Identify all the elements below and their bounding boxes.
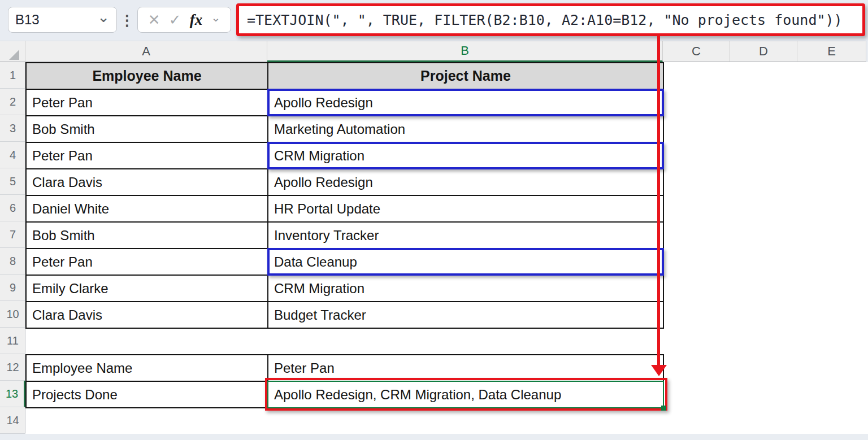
cell-a7[interactable]: Bob Smith	[25, 221, 268, 249]
column-header-e[interactable]: E	[797, 41, 866, 62]
column-header-b[interactable]: B	[267, 41, 663, 62]
insert-function-icon[interactable]: fx	[190, 11, 203, 29]
highlight-box-b2	[267, 89, 664, 116]
cell-b7[interactable]: Inventory Tracker	[267, 221, 664, 249]
cell-b9[interactable]: CRM Migration	[267, 275, 664, 302]
row-header-4[interactable]: 4	[0, 142, 25, 168]
row-header-14[interactable]: 14	[0, 407, 25, 434]
row-header-7[interactable]: 7	[0, 221, 25, 248]
enter-icon[interactable]: ✓	[169, 11, 181, 29]
cell-b6[interactable]: HR Portal Update	[267, 195, 664, 223]
cell-a2[interactable]: Peter Pan	[25, 89, 268, 116]
formula-text: =TEXTJOIN(", ", TRUE, FILTER(B2:B10, A2:…	[247, 12, 843, 28]
select-all-triangle-icon	[9, 50, 19, 60]
red-arrowhead-icon	[651, 365, 667, 376]
cell-a13[interactable]: Projects Done	[25, 381, 268, 408]
red-result-box-b13	[265, 378, 667, 411]
chevron-down-icon[interactable]: ⌄	[97, 14, 110, 20]
cell-a1[interactable]: Employee Name	[25, 62, 268, 90]
cell-b1[interactable]: Project Name	[267, 62, 664, 90]
cell-a12[interactable]: Employee Name	[25, 354, 268, 382]
select-all-button[interactable]	[0, 41, 25, 62]
column-header-c[interactable]: C	[663, 41, 730, 62]
formula-bar-input[interactable]: =TEXTJOIN(", ", TRUE, FILTER(B2:B10, A2:…	[236, 3, 865, 36]
highlight-box-b8	[267, 248, 664, 276]
row-header-3[interactable]: 3	[0, 115, 25, 142]
row-header-10[interactable]: 10	[0, 301, 25, 328]
formula-buttons-group: ✕ ✓ fx ⌄	[137, 7, 231, 33]
row-header-2[interactable]: 2	[0, 89, 25, 115]
cell-a5[interactable]: Clara Davis	[25, 168, 268, 196]
cell-a10[interactable]: Clara Davis	[25, 301, 268, 329]
highlight-box-b4	[267, 142, 664, 169]
cell-b3[interactable]: Marketing Automation	[267, 115, 664, 143]
row-header-9[interactable]: 9	[0, 275, 25, 301]
row-header-1[interactable]: 1	[0, 62, 25, 89]
cancel-icon[interactable]: ✕	[148, 11, 160, 29]
more-options-icon[interactable]: ⋮	[122, 8, 132, 33]
cell-a8[interactable]: Peter Pan	[25, 248, 268, 276]
red-connector-line	[657, 35, 660, 366]
cell-reference: B13	[15, 12, 97, 28]
name-box[interactable]: B13 ⌄	[8, 7, 117, 33]
column-header-d[interactable]: D	[730, 41, 797, 62]
cell-b5[interactable]: Apollo Redesign	[267, 168, 664, 196]
row-header-5[interactable]: 5	[0, 168, 25, 195]
row-header-6[interactable]: 6	[0, 195, 25, 221]
row-header-8[interactable]: 8	[0, 248, 25, 275]
row-header-11[interactable]: 11	[0, 328, 25, 354]
cell-a4[interactable]: Peter Pan	[25, 142, 268, 169]
column-header-a[interactable]: A	[25, 41, 267, 62]
row-header-12[interactable]: 12	[0, 354, 25, 381]
cell-a3[interactable]: Bob Smith	[25, 115, 268, 143]
cell-a6[interactable]: Daniel White	[25, 195, 268, 223]
row-header-13[interactable]: 13	[0, 381, 25, 407]
cell-b10[interactable]: Budget Tracker	[267, 301, 664, 329]
fill-handle[interactable]	[661, 406, 666, 411]
chevron-down-icon[interactable]: ⌄	[211, 15, 221, 20]
cell-a9[interactable]: Emily Clarke	[25, 275, 268, 302]
